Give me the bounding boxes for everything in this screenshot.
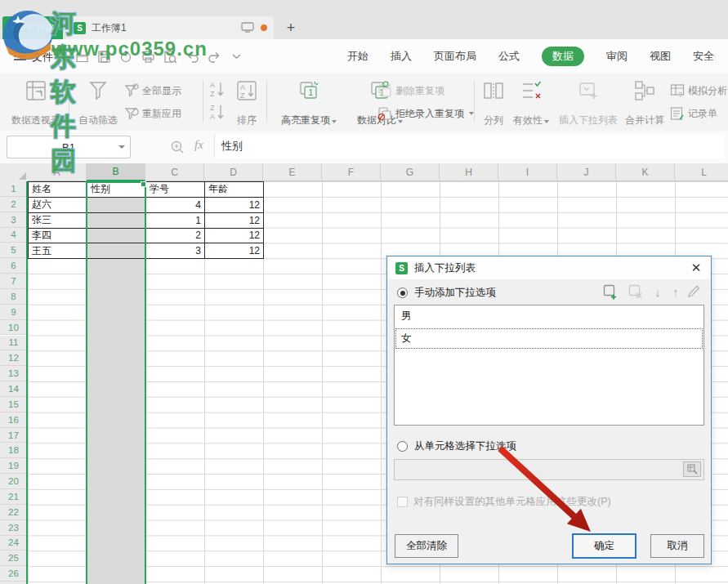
column-header-A[interactable]: A [28, 163, 87, 181]
print-icon[interactable] [141, 50, 155, 64]
row-header-25[interactable]: 25 [0, 551, 28, 566]
column-header-J[interactable]: J [557, 163, 616, 181]
column-header-L[interactable]: L [675, 163, 728, 181]
row-header-17[interactable]: 17 [0, 428, 28, 444]
zoom-search-icon[interactable] [170, 140, 185, 154]
column-header-C[interactable]: C [145, 163, 204, 181]
grid-cell-C5[interactable]: 3 [146, 243, 205, 259]
print-preview-icon[interactable] [163, 50, 177, 64]
monitor-icon[interactable] [241, 22, 254, 33]
row-header-26[interactable]: 26 [0, 566, 28, 582]
add-option-button[interactable] [602, 283, 619, 300]
clear-all-button[interactable]: 全部清除 [395, 534, 458, 558]
range-picker-button[interactable] [683, 461, 701, 477]
undo-icon[interactable] [185, 50, 199, 64]
row-header-20[interactable]: 20 [0, 474, 28, 489]
row-header-24[interactable]: 24 [0, 536, 28, 551]
new-tab-button[interactable]: + [284, 21, 298, 36]
split-columns-button[interactable]: 分列 [479, 78, 508, 130]
wps-app-button[interactable]: WPS 表格 [2, 16, 63, 39]
row-header-21[interactable]: 21 [0, 489, 28, 505]
record-form-button[interactable]: 记录单 [670, 105, 717, 123]
row-header-23[interactable]: 23 [0, 520, 28, 536]
formula-input[interactable]: 性别 [214, 134, 725, 158]
row-header-4[interactable]: 4 [0, 228, 28, 243]
tab-page-layout[interactable]: 页面布局 [434, 49, 476, 64]
hamburger-menu-icon[interactable] [14, 51, 26, 60]
grid-cell-B2[interactable] [87, 198, 146, 213]
select-all-corner[interactable] [0, 163, 29, 182]
reapply-button[interactable]: 重新应用 [124, 105, 181, 123]
dialog-close-icon[interactable]: ✕ [689, 261, 703, 275]
autofilter-button[interactable]: 自动筛选 [74, 78, 123, 130]
save-icon[interactable] [97, 50, 111, 64]
option-item[interactable]: 男 [395, 305, 703, 328]
remove-duplicates-button[interactable]: 删除重复项 [377, 82, 444, 100]
reject-duplicates-button[interactable]: 拒绝录入重复项 [377, 105, 474, 123]
row-header-11[interactable]: 11 [0, 336, 28, 351]
grid-cell-A1[interactable]: 姓名 [29, 182, 87, 198]
sort-descending-button[interactable]: ZA [209, 103, 226, 121]
row-header-16[interactable]: 16 [0, 412, 28, 428]
column-header-E[interactable]: E [263, 163, 322, 181]
grid-cell-C4[interactable]: 2 [146, 229, 205, 244]
row-header-22[interactable]: 22 [0, 505, 28, 520]
grid-cell-C2[interactable]: 4 [146, 198, 205, 213]
grid-cell-B3[interactable] [87, 213, 146, 229]
row-header-7[interactable]: 7 [0, 274, 28, 289]
dialog-title-bar[interactable]: S 插入下拉列表 [387, 256, 711, 279]
apply-to-similar-checkbox[interactable] [397, 497, 408, 507]
file-menu-caret-icon[interactable] [60, 57, 66, 60]
redo-icon[interactable] [208, 50, 221, 64]
column-header-B[interactable]: B [87, 163, 145, 181]
row-header-8[interactable]: 8 [0, 289, 28, 305]
tab-formulas[interactable]: 公式 [498, 49, 520, 64]
grid-cell-A5[interactable]: 王五 [29, 243, 87, 259]
selection-fill-handle[interactable] [141, 181, 146, 187]
row-header-2[interactable]: 2 [0, 197, 28, 212]
row-header-14[interactable]: 14 [0, 381, 28, 397]
insert-dropdown-list-button[interactable]: 插入下拉列表 [556, 78, 621, 130]
move-down-button[interactable]: ↓ [650, 283, 666, 300]
grid-cell-A3[interactable]: 张三 [29, 213, 87, 229]
grid-cell-B1[interactable]: 性别 [87, 182, 146, 198]
row-header-6[interactable]: 6 [0, 258, 28, 274]
row-header-5[interactable]: 5 [0, 243, 28, 258]
row-header-13[interactable]: 13 [0, 366, 28, 381]
grid-cell-B5[interactable] [87, 243, 146, 259]
tab-data-active[interactable]: 数据 [542, 47, 584, 66]
sort-button[interactable]: AZ 排序 [230, 78, 263, 130]
grid-cell-D1[interactable]: 年龄 [205, 182, 264, 198]
tab-review[interactable]: 审阅 [606, 49, 628, 64]
grid-cell-D4[interactable]: 12 [205, 229, 264, 244]
from-cells-radio[interactable] [397, 441, 408, 452]
export-icon[interactable] [119, 50, 133, 64]
validation-button[interactable]: 有效性 [511, 78, 551, 130]
highlight-duplicates-button[interactable]: 1 高亮重复项 [270, 78, 348, 130]
edit-option-button[interactable] [686, 283, 702, 300]
consolidate-button[interactable]: 合并计算 [623, 78, 667, 130]
tab-home[interactable]: 开始 [347, 49, 368, 64]
column-header-K[interactable]: K [616, 163, 675, 181]
column-header-H[interactable]: H [440, 163, 498, 181]
cancel-button[interactable]: 取消 [650, 534, 704, 558]
grid-cell-B4[interactable] [87, 229, 146, 244]
row-header-12[interactable]: 12 [0, 350, 28, 366]
name-box[interactable]: B1 [7, 136, 131, 158]
column-header-I[interactable]: I [498, 163, 557, 181]
row-header-15[interactable]: 15 [0, 397, 28, 412]
open-folder-icon[interactable] [75, 50, 89, 64]
tab-insert[interactable]: 插入 [391, 49, 412, 64]
document-tab[interactable]: S 工作簿1 [65, 16, 274, 39]
dropdown-options-list[interactable]: 男 女 [394, 305, 704, 426]
grid-cell-C1[interactable]: 学号 [146, 182, 205, 198]
grid-cell-D5[interactable]: 12 [205, 243, 264, 259]
grid-cell-A4[interactable]: 李四 [29, 229, 87, 244]
delete-option-button[interactable] [628, 283, 644, 300]
column-header-D[interactable]: D [204, 163, 263, 181]
tab-security[interactable]: 安全 [693, 49, 714, 64]
file-menu[interactable]: 文件 [32, 50, 53, 65]
column-header-F[interactable]: F [322, 163, 381, 181]
fx-icon[interactable]: fx [194, 138, 203, 152]
grid-cell-A2[interactable]: 赵六 [29, 198, 87, 213]
